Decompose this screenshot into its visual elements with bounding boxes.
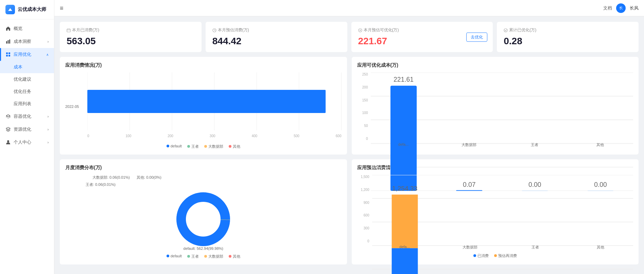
topbar: ≡ 文档 长 长风 [54, 0, 644, 16]
bar-chart-icon [5, 39, 11, 44]
content-area: 本月已消费(万) 563.05 本月预估消费(万) 844.42 本月预估可优化… [54, 16, 644, 274]
svg-text:1,254.33: 1,254.33 [392, 185, 417, 192]
sidebar-item-container-optimize-label: 容器优化 [14, 113, 31, 119]
sbar-svg: 1,254.33 0.14 0.12 0.00 [372, 175, 633, 274]
donut-bottom-label: default: 562.94(99.98%) [184, 246, 223, 251]
user-icon [5, 140, 11, 145]
donut-svg [169, 189, 237, 250]
sidebar-item-optimize-task-label: 优化任务 [14, 88, 31, 95]
chevron-right-icon: › [48, 40, 49, 44]
svg-point-44 [188, 204, 218, 234]
donut-area: 大数据部: 0.06(0.01%) 其他: 0.00(0%) 王者: 0.06(… [65, 175, 342, 251]
kpi-card-monthly-forecast: 本月预估消费(万) 844.42 [206, 22, 347, 52]
sbar-y-labels: 1,500 1,200 900 600 300 0 [357, 175, 371, 243]
app-forecast-chart: 应用预估消费情况(万) 1,500 1,200 900 600 300 0 [352, 159, 639, 264]
svg-text:221.61: 221.61 [394, 76, 414, 83]
sub-menu-app-optimize: 成本 优化建议 优化任务 应用列表 [0, 61, 54, 110]
svg-rect-5 [6, 55, 8, 57]
sidebar-item-optimize-task[interactable]: 优化任务 [0, 85, 54, 98]
svg-point-7 [7, 140, 9, 142]
charts-row-2: 月度消费分布(万) 大数据部: 0.06(0.01%) 其他: 0.00(0%)… [60, 159, 639, 264]
app-optimizable-chart: 应用可优化成本(万) 250 200 150 100 50 0 [352, 57, 639, 155]
donut-legend: default 王者 大数据部 其他 [65, 254, 342, 259]
sidebar-item-personal-center[interactable]: 个人中心 › [0, 136, 54, 149]
kpi-label-monthly-forecast: 本月预估消费(万) [212, 27, 341, 33]
svg-point-18 [504, 29, 507, 32]
svg-rect-2 [9, 39, 10, 44]
sidebar-item-container-optimize[interactable]: 容器优化 › [0, 110, 54, 123]
sidebar-item-overview[interactable]: 概览 [0, 22, 54, 35]
home-icon [5, 26, 11, 31]
logo: 云优成本大师 [0, 0, 54, 19]
logo-icon [5, 5, 15, 14]
svg-rect-0 [6, 41, 7, 44]
sidebar-item-cost-explore[interactable]: 成本洞察 › [0, 35, 54, 48]
kpi-row: 本月已消费(万) 563.05 本月预估消费(万) 844.42 本月预估可优化… [60, 22, 639, 52]
sidebar-item-app-list-label: 应用列表 [14, 101, 31, 107]
hbar-y-label: 2022-05 [65, 104, 79, 109]
avatar: 长 [616, 3, 626, 13]
user-name: 长风 [630, 5, 639, 11]
svg-rect-6 [8, 55, 10, 57]
hbar-chart-area: 2022-05 0 [65, 72, 342, 141]
sidebar-item-personal-center-label: 个人中心 [14, 139, 31, 145]
sidebar-item-overview-label: 概览 [14, 26, 22, 32]
layers-icon [5, 127, 11, 132]
doc-link[interactable]: 文档 [603, 5, 612, 11]
kpi-card-cumulative: 累计已优化(万) 0.28 [497, 22, 639, 52]
sidebar-item-resource-optimize-label: 资源优化 [14, 126, 31, 132]
app-optimizable-title: 应用可优化成本(万) [357, 62, 633, 68]
grid-icon [5, 52, 11, 57]
monthly-distribution-title: 月度消费分布(万) [65, 165, 342, 171]
svg-rect-3 [6, 52, 8, 54]
kpi-value-monthly-forecast: 844.42 [212, 36, 341, 47]
sidebar: 云优成本大师 概览 成本洞察 › 应用优化 ∧ 成本 [0, 0, 54, 274]
sbar-chart-area: 1,500 1,200 900 600 300 0 [357, 175, 633, 250]
charts-row-1: 应用消费情况(万) 2022-05 [60, 57, 639, 155]
kpi-label-monthly-spent: 本月已消费(万) [67, 27, 195, 33]
topbar-left: ≡ [60, 5, 64, 11]
hbar-x-ticks: 0 100 200 300 400 500 600 [87, 134, 342, 138]
vbar-chart-area: 250 200 150 100 50 0 [357, 72, 633, 147]
sidebar-item-cost-explore-label: 成本洞察 [14, 38, 31, 45]
kpi-value-cumulative: 0.28 [504, 36, 632, 47]
kpi-value-monthly-spent: 563.05 [67, 36, 195, 47]
main-content: ≡ 文档 长 长风 本月已消费(万) 563.05 本月预估消费(万) [54, 0, 644, 274]
vbar-svg: 221.61 0.07 0.00 0.00 [371, 72, 633, 191]
donut-top-labels: 大数据部: 0.06(0.01%) 其他: 0.00(0%) [92, 175, 161, 180]
sidebar-item-app-optimize-label: 应用优化 [14, 51, 31, 58]
sidebar-item-app-optimize[interactable]: 应用优化 ∧ [0, 48, 54, 61]
vbar-x-labels: defa... 大数据部 王者 其他 [371, 142, 633, 147]
sidebar-item-app-list[interactable]: 应用列表 [0, 98, 54, 110]
kpi-card-monthly-optimize: 本月预估可优化(万) 221.67 去优化 [351, 22, 493, 52]
app-consumption-title: 应用消费情况(万) [65, 62, 342, 68]
sbar-x-labels: defa... 大数据部 王者 其他 [372, 245, 633, 250]
chevron-down-icon: ∧ [46, 53, 49, 57]
sidebar-item-optimize-advice[interactable]: 优化建议 [0, 73, 54, 85]
kpi-label-cumulative: 累计已优化(万) [504, 27, 632, 33]
sidebar-item-cost-label: 成本 [14, 64, 22, 70]
svg-rect-26 [87, 90, 326, 113]
chevron-right-icon-2: › [48, 115, 49, 118]
svg-rect-52 [391, 248, 418, 274]
vbar-y-labels: 250 200 150 100 50 0 [357, 72, 369, 141]
topbar-right: 文档 长 长风 [603, 3, 639, 13]
optimize-button[interactable]: 去优化 [466, 32, 487, 42]
svg-rect-51 [391, 195, 418, 248]
svg-rect-8 [67, 29, 70, 32]
donut-mid-label: 王者: 0.06(0.01%) [86, 182, 116, 187]
kpi-card-monthly-spent: 本月已消费(万) 563.05 [60, 22, 202, 52]
sidebar-item-resource-optimize[interactable]: 资源优化 › [0, 123, 54, 136]
sidebar-item-cost[interactable]: 成本 [0, 61, 54, 73]
sidebar-item-optimize-advice-label: 优化建议 [14, 76, 31, 82]
chevron-right-icon-3: › [48, 128, 49, 131]
svg-rect-1 [8, 40, 9, 44]
hamburger-icon[interactable]: ≡ [60, 5, 64, 11]
hbar-legend: default 王者 大数据部 其他 [65, 144, 342, 149]
app-consumption-chart: 应用消费情况(万) 2022-05 [60, 57, 347, 155]
monthly-distribution-chart: 月度消费分布(万) 大数据部: 0.06(0.01%) 其他: 0.00(0%)… [60, 159, 347, 264]
box-icon [5, 114, 11, 119]
hbar-grid-svg [87, 72, 342, 130]
svg-rect-4 [8, 52, 10, 54]
logo-text: 云优成本大师 [18, 6, 46, 13]
